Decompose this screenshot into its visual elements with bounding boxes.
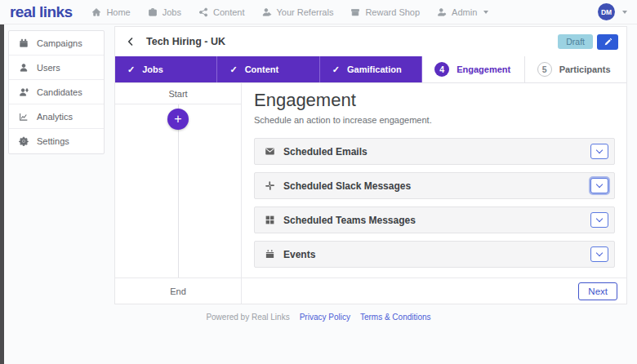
sidebar-item-campaigns[interactable]: Campaigns xyxy=(9,31,104,55)
panel-label: Scheduled Teams Messages xyxy=(283,215,590,226)
nav-item-label: Reward Shop xyxy=(365,7,420,17)
engagement-content: Engagement Schedule an action to increas… xyxy=(242,83,626,277)
panel-scheduled-teams-messages: Scheduled Teams Messages xyxy=(254,206,615,233)
step-participants[interactable]: 5 Participants xyxy=(525,56,626,82)
chevron-down-icon xyxy=(596,215,603,222)
step-jobs[interactable]: ✓ Jobs xyxy=(115,56,217,82)
nav-item-your-referrals[interactable]: Your Referrals xyxy=(262,7,334,17)
panel-label: Scheduled Slack Messages xyxy=(283,180,590,192)
step-label: Participants xyxy=(559,64,611,74)
wizard-footer-right: Next xyxy=(242,278,626,304)
nav-item-content[interactable]: Content xyxy=(198,7,245,17)
wizard-steps: ✓ Jobs ✓ Content ✓ Gamification 4 Engage… xyxy=(115,56,626,83)
step-label: Engagement xyxy=(457,64,510,74)
step-number: 4 xyxy=(434,62,449,77)
campaign-card: Tech Hiring - UK Draft ✓ Jobs ✓ Content … xyxy=(114,26,627,304)
nav-items: Home Jobs Content Your Referrals Reward … xyxy=(91,7,488,17)
back-button[interactable] xyxy=(123,34,138,49)
nav-item-reward-shop[interactable]: Reward Shop xyxy=(350,7,420,17)
timeline-start-label: Start xyxy=(115,83,241,104)
next-button[interactable]: Next xyxy=(578,282,617,300)
top-navbar: real links Home Jobs Content Your Referr… xyxy=(0,0,637,24)
status-badge: Draft xyxy=(558,34,593,49)
wizard-footer: End Next xyxy=(115,277,626,304)
timeline-column: Start + xyxy=(115,83,242,277)
page-title: Engagement xyxy=(254,90,615,111)
add-action-button[interactable]: + xyxy=(167,109,189,130)
nav-item-admin[interactable]: Admin xyxy=(437,7,488,17)
share-icon xyxy=(198,7,208,17)
nav-item-label: Jobs xyxy=(163,7,181,17)
user-icon xyxy=(19,63,29,73)
sidebar-item-label: Candidates xyxy=(37,87,82,97)
user-edit-icon xyxy=(262,7,272,17)
plus-icon: + xyxy=(174,113,181,126)
nav-item-home[interactable]: Home xyxy=(91,7,130,17)
sidebar-item-label: Campaigns xyxy=(37,38,82,48)
panel-label: Scheduled Emails xyxy=(283,146,590,158)
check-icon: ✓ xyxy=(332,64,340,75)
panel-events: Events xyxy=(254,241,615,268)
pencil-icon xyxy=(604,38,612,47)
step-label: Gamification xyxy=(347,64,402,74)
nav-item-jobs[interactable]: Jobs xyxy=(148,7,181,17)
expand-scheduled-teams-messages-button[interactable] xyxy=(590,212,608,228)
privacy-policy-link[interactable]: Privacy Policy xyxy=(300,313,350,322)
nav-item-label: Home xyxy=(106,7,130,17)
user-plus-icon xyxy=(19,87,29,97)
panel-scheduled-slack-messages: Scheduled Slack Messages xyxy=(254,172,615,199)
chevron-down-icon xyxy=(483,11,488,14)
teams-icon xyxy=(265,215,275,225)
expand-events-button[interactable] xyxy=(590,246,608,262)
chevron-down-icon[interactable] xyxy=(622,11,627,14)
user-gear-icon xyxy=(437,7,447,17)
chart-icon xyxy=(19,112,29,122)
chevron-down-icon xyxy=(596,250,603,256)
gear-icon xyxy=(19,136,29,146)
page-footer: Powered by Real LinksPrivacy PolicyTerms… xyxy=(0,313,637,322)
campaign-header: Tech Hiring - UK Draft xyxy=(115,27,626,56)
campaign-title: Tech Hiring - UK xyxy=(146,36,225,47)
action-panels: Scheduled Emails Scheduled Slack Message… xyxy=(254,138,615,268)
header-actions: Draft xyxy=(558,34,618,50)
chevron-left-icon xyxy=(125,36,136,47)
edit-button[interactable] xyxy=(597,34,618,50)
step-gamification[interactable]: ✓ Gamification xyxy=(320,56,422,82)
shop-icon xyxy=(350,7,360,17)
step-label: Jobs xyxy=(142,64,163,74)
briefcase-icon xyxy=(148,7,158,17)
timeline-line xyxy=(178,104,179,277)
sidebar: Campaigns Users Candidates Analytics Set… xyxy=(8,30,105,154)
nav-item-label: Your Referrals xyxy=(277,7,334,17)
powered-by-text: Powered by Real Links xyxy=(206,313,289,322)
sidebar-item-label: Users xyxy=(37,63,60,73)
sidebar-item-label: Settings xyxy=(37,136,69,146)
sidebar-item-settings[interactable]: Settings xyxy=(9,129,104,153)
home-icon xyxy=(91,7,101,17)
sidebar-item-users[interactable]: Users xyxy=(9,55,104,80)
real-links-logo[interactable]: real links xyxy=(10,4,72,20)
expand-scheduled-emails-button[interactable] xyxy=(590,144,608,159)
step-number: 5 xyxy=(537,62,552,77)
panel-label: Events xyxy=(283,249,590,260)
page-subtitle: Schedule an action to increase engagemen… xyxy=(254,115,615,125)
calendar-icon xyxy=(265,249,275,260)
wizard-body: Start + Engagement Schedule an action to… xyxy=(115,83,626,277)
slack-icon xyxy=(265,180,275,191)
chevron-down-icon xyxy=(596,147,603,153)
check-icon: ✓ xyxy=(127,64,135,75)
sidebar-item-candidates[interactable]: Candidates xyxy=(9,80,104,104)
step-label: Content xyxy=(245,64,279,74)
panel-scheduled-emails: Scheduled Emails xyxy=(254,138,615,165)
step-engagement[interactable]: 4 Engagement xyxy=(422,56,524,82)
envelope-icon xyxy=(265,146,275,157)
nav-item-label: Admin xyxy=(452,7,477,17)
sidebar-item-analytics[interactable]: Analytics xyxy=(9,104,104,129)
expand-scheduled-slack-messages-button[interactable] xyxy=(590,178,608,193)
terms-conditions-link[interactable]: Terms & Conditions xyxy=(360,313,431,322)
timeline-end-label: End xyxy=(115,278,242,304)
avatar[interactable]: DM xyxy=(598,3,615,20)
step-content[interactable]: ✓ Content xyxy=(217,56,319,82)
nav-item-label: Content xyxy=(213,7,245,17)
sidebar-item-label: Analytics xyxy=(37,112,73,122)
